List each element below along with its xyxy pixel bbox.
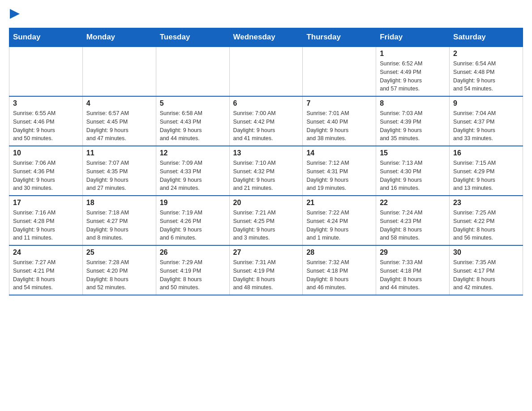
calendar-cell: 3Sunrise: 6:55 AM Sunset: 4:46 PM Daylig… xyxy=(9,96,83,146)
calendar-cell: 18Sunrise: 7:18 AM Sunset: 4:27 PM Dayli… xyxy=(82,196,156,245)
calendar-cell: 1Sunrise: 6:52 AM Sunset: 4:49 PM Daylig… xyxy=(376,47,450,96)
day-info: Sunrise: 7:12 AM Sunset: 4:31 PM Dayligh… xyxy=(306,159,372,193)
day-info: Sunrise: 7:32 AM Sunset: 4:18 PM Dayligh… xyxy=(306,258,372,292)
day-number: 16 xyxy=(453,149,519,157)
calendar-week-5: 24Sunrise: 7:27 AM Sunset: 4:21 PM Dayli… xyxy=(9,245,523,295)
day-number: 21 xyxy=(306,199,372,207)
day-info: Sunrise: 7:13 AM Sunset: 4:30 PM Dayligh… xyxy=(380,159,446,193)
day-number: 23 xyxy=(453,199,519,207)
calendar-cell: 28Sunrise: 7:32 AM Sunset: 4:18 PM Dayli… xyxy=(303,245,376,295)
weekday-header-sunday: Sunday xyxy=(9,28,83,47)
day-info: Sunrise: 6:55 AM Sunset: 4:46 PM Dayligh… xyxy=(13,109,79,143)
day-info: Sunrise: 7:15 AM Sunset: 4:29 PM Dayligh… xyxy=(453,159,519,193)
day-number: 30 xyxy=(453,248,519,257)
weekday-header-row: SundayMondayTuesdayWednesdayThursdayFrid… xyxy=(9,28,523,47)
day-info: Sunrise: 7:27 AM Sunset: 4:21 PM Dayligh… xyxy=(13,258,79,292)
day-info: Sunrise: 7:21 AM Sunset: 4:25 PM Dayligh… xyxy=(233,209,299,242)
day-info: Sunrise: 7:16 AM Sunset: 4:28 PM Dayligh… xyxy=(13,209,79,242)
calendar-cell: 10Sunrise: 7:06 AM Sunset: 4:36 PM Dayli… xyxy=(9,146,83,196)
calendar-cell xyxy=(156,47,229,96)
calendar-cell: 24Sunrise: 7:27 AM Sunset: 4:21 PM Dayli… xyxy=(9,245,83,295)
calendar-cell: 12Sunrise: 7:09 AM Sunset: 4:33 PM Dayli… xyxy=(156,146,229,196)
day-number: 27 xyxy=(233,248,299,257)
day-number: 14 xyxy=(306,149,372,157)
calendar-cell: 8Sunrise: 7:03 AM Sunset: 4:39 PM Daylig… xyxy=(376,96,450,146)
calendar-cell: 19Sunrise: 7:19 AM Sunset: 4:26 PM Dayli… xyxy=(156,196,229,245)
calendar-cell xyxy=(82,47,156,96)
calendar-cell: 20Sunrise: 7:21 AM Sunset: 4:25 PM Dayli… xyxy=(229,196,303,245)
calendar-cell: 27Sunrise: 7:31 AM Sunset: 4:19 PM Dayli… xyxy=(229,245,303,295)
page-header xyxy=(9,9,523,19)
calendar-cell: 11Sunrise: 7:07 AM Sunset: 4:35 PM Dayli… xyxy=(82,146,156,196)
calendar-cell: 6Sunrise: 7:00 AM Sunset: 4:42 PM Daylig… xyxy=(229,96,303,146)
calendar-cell: 14Sunrise: 7:12 AM Sunset: 4:31 PM Dayli… xyxy=(303,146,376,196)
day-info: Sunrise: 6:52 AM Sunset: 4:49 PM Dayligh… xyxy=(380,60,446,93)
day-info: Sunrise: 7:07 AM Sunset: 4:35 PM Dayligh… xyxy=(86,159,152,193)
calendar-week-1: 1Sunrise: 6:52 AM Sunset: 4:49 PM Daylig… xyxy=(9,47,523,96)
calendar-cell: 25Sunrise: 7:28 AM Sunset: 4:20 PM Dayli… xyxy=(82,245,156,295)
calendar-cell: 22Sunrise: 7:24 AM Sunset: 4:23 PM Dayli… xyxy=(376,196,450,245)
day-number: 24 xyxy=(13,248,79,257)
calendar-cell: 5Sunrise: 6:58 AM Sunset: 4:43 PM Daylig… xyxy=(156,96,229,146)
calendar-cell: 26Sunrise: 7:29 AM Sunset: 4:19 PM Dayli… xyxy=(156,245,229,295)
day-number: 22 xyxy=(380,199,446,207)
day-info: Sunrise: 7:31 AM Sunset: 4:19 PM Dayligh… xyxy=(233,258,299,292)
day-number: 1 xyxy=(380,50,446,58)
day-info: Sunrise: 7:35 AM Sunset: 4:17 PM Dayligh… xyxy=(453,258,519,292)
calendar-cell: 7Sunrise: 7:01 AM Sunset: 4:40 PM Daylig… xyxy=(303,96,376,146)
day-number: 2 xyxy=(453,50,519,58)
calendar-cell: 30Sunrise: 7:35 AM Sunset: 4:17 PM Dayli… xyxy=(450,245,523,295)
day-number: 4 xyxy=(86,99,152,107)
calendar-cell: 16Sunrise: 7:15 AM Sunset: 4:29 PM Dayli… xyxy=(450,146,523,196)
calendar-week-2: 3Sunrise: 6:55 AM Sunset: 4:46 PM Daylig… xyxy=(9,96,523,146)
weekday-header-saturday: Saturday xyxy=(450,28,523,47)
day-info: Sunrise: 7:24 AM Sunset: 4:23 PM Dayligh… xyxy=(380,209,446,242)
day-info: Sunrise: 7:29 AM Sunset: 4:19 PM Dayligh… xyxy=(160,258,226,292)
day-number: 9 xyxy=(453,99,519,107)
logo-arrow-icon xyxy=(10,9,20,19)
weekday-header-wednesday: Wednesday xyxy=(229,28,303,47)
calendar-week-4: 17Sunrise: 7:16 AM Sunset: 4:28 PM Dayli… xyxy=(9,196,523,245)
day-number: 25 xyxy=(86,248,152,257)
day-info: Sunrise: 6:58 AM Sunset: 4:43 PM Dayligh… xyxy=(160,109,226,143)
day-info: Sunrise: 6:57 AM Sunset: 4:45 PM Dayligh… xyxy=(86,109,152,143)
day-info: Sunrise: 7:09 AM Sunset: 4:33 PM Dayligh… xyxy=(160,159,226,193)
calendar-table: SundayMondayTuesdayWednesdayThursdayFrid… xyxy=(9,28,523,295)
day-info: Sunrise: 7:10 AM Sunset: 4:32 PM Dayligh… xyxy=(233,159,299,193)
calendar-cell: 29Sunrise: 7:33 AM Sunset: 4:18 PM Dayli… xyxy=(376,245,450,295)
day-number: 8 xyxy=(380,99,446,107)
day-info: Sunrise: 7:00 AM Sunset: 4:42 PM Dayligh… xyxy=(233,109,299,143)
day-info: Sunrise: 7:04 AM Sunset: 4:37 PM Dayligh… xyxy=(453,109,519,143)
day-number: 15 xyxy=(380,149,446,157)
calendar-cell: 21Sunrise: 7:22 AM Sunset: 4:24 PM Dayli… xyxy=(303,196,376,245)
day-info: Sunrise: 7:06 AM Sunset: 4:36 PM Dayligh… xyxy=(13,159,79,193)
weekday-header-friday: Friday xyxy=(376,28,450,47)
day-info: Sunrise: 7:22 AM Sunset: 4:24 PM Dayligh… xyxy=(306,209,372,242)
day-number: 13 xyxy=(233,149,299,157)
day-number: 26 xyxy=(160,248,226,257)
calendar-cell: 15Sunrise: 7:13 AM Sunset: 4:30 PM Dayli… xyxy=(376,146,450,196)
weekday-header-tuesday: Tuesday xyxy=(156,28,229,47)
calendar-cell: 17Sunrise: 7:16 AM Sunset: 4:28 PM Dayli… xyxy=(9,196,83,245)
calendar-cell xyxy=(9,47,83,96)
day-number: 19 xyxy=(160,199,226,207)
calendar-cell: 23Sunrise: 7:25 AM Sunset: 4:22 PM Dayli… xyxy=(450,196,523,245)
calendar-week-3: 10Sunrise: 7:06 AM Sunset: 4:36 PM Dayli… xyxy=(9,146,523,196)
day-info: Sunrise: 7:28 AM Sunset: 4:20 PM Dayligh… xyxy=(86,258,152,292)
day-number: 28 xyxy=(306,248,372,257)
calendar-cell: 4Sunrise: 6:57 AM Sunset: 4:45 PM Daylig… xyxy=(82,96,156,146)
day-info: Sunrise: 7:18 AM Sunset: 4:27 PM Dayligh… xyxy=(86,209,152,242)
calendar-cell xyxy=(303,47,376,96)
svg-marker-0 xyxy=(10,9,20,19)
day-info: Sunrise: 7:03 AM Sunset: 4:39 PM Dayligh… xyxy=(380,109,446,143)
day-number: 29 xyxy=(380,248,446,257)
day-number: 6 xyxy=(233,99,299,107)
day-number: 3 xyxy=(13,99,79,107)
day-number: 11 xyxy=(86,149,152,157)
day-number: 7 xyxy=(306,99,372,107)
calendar-cell xyxy=(229,47,303,96)
day-info: Sunrise: 6:54 AM Sunset: 4:48 PM Dayligh… xyxy=(453,60,519,93)
calendar-cell: 9Sunrise: 7:04 AM Sunset: 4:37 PM Daylig… xyxy=(450,96,523,146)
day-number: 5 xyxy=(160,99,226,107)
day-number: 12 xyxy=(160,149,226,157)
